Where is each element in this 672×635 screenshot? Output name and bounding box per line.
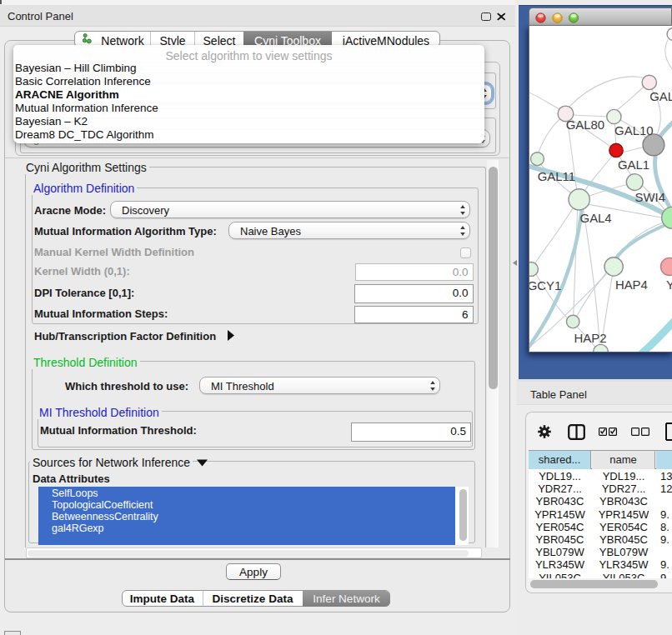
svg-text:SWI4: SWI4 (635, 191, 665, 204)
svg-text:HAP2: HAP2 (574, 332, 607, 345)
svg-text:HAP4: HAP4 (615, 278, 648, 292)
svg-text:GAL10: GAL10 (614, 124, 653, 138)
svg-text:GAL80: GAL80 (566, 118, 604, 132)
svg-text:GAL7: GAL7 (649, 90, 672, 103)
svg-text:GCY1: GCY1 (529, 279, 561, 292)
svg-text:YML0: YML0 (666, 278, 672, 292)
svg-text:GAL4: GAL4 (580, 212, 612, 225)
svg-text:GAL1: GAL1 (618, 158, 649, 172)
svg-text:GAL11: GAL11 (538, 170, 575, 183)
